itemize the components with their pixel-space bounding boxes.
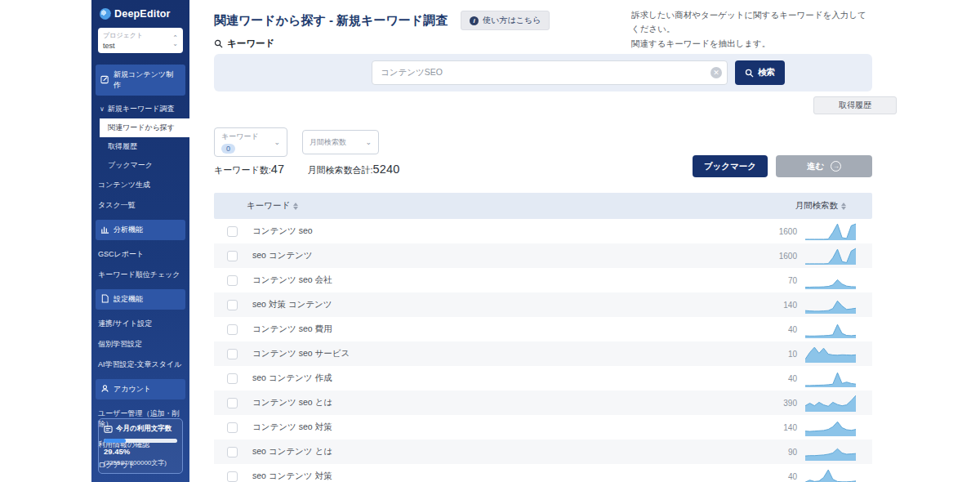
sidebar-item-AI学習設定-文章スタイル[interactable]: AI学習設定-文章スタイル — [91, 355, 189, 375]
keyword-cell: コンテンツ seo 対策 — [252, 422, 332, 433]
sidebar-section-アカウント[interactable]: アカウント — [96, 379, 185, 399]
page-description: 訴求したい商材やターゲットに関するキーワードを入力してください。 関連するキーワ… — [631, 8, 870, 51]
trend-sparkline — [805, 270, 856, 290]
trend-sparkline — [805, 246, 856, 266]
history-button[interactable]: 取得履歴 — [813, 96, 897, 114]
sidebar-item-新規キーワード調査[interactable]: ∨新規キーワード調査 — [91, 100, 189, 118]
column-header-keyword[interactable]: キーワード — [247, 200, 298, 212]
sidebar-item-label: アカウント — [114, 384, 151, 395]
search-input[interactable] — [372, 60, 728, 85]
row-checkbox[interactable] — [227, 324, 238, 335]
project-selector[interactable]: プロジェクト test ⌃⌄ — [98, 28, 183, 53]
edit-icon — [100, 75, 109, 86]
keyword-cell: seo コンテンツ とは — [252, 446, 332, 457]
sidebar-item-label: AI学習設定-文章スタイル — [98, 360, 181, 368]
deepeditor-logo-icon — [100, 8, 111, 20]
row-checkbox[interactable] — [227, 275, 238, 286]
sidebar-item-label: 連携/サイト設定 — [98, 319, 152, 328]
table-row: コンテンツ seo1600 — [214, 219, 872, 243]
proceed-button[interactable]: 進む → — [776, 155, 872, 177]
table-row: seo コンテンツ とは90 — [214, 440, 872, 464]
sidebar-item-取得履歴[interactable]: 取得履歴 — [91, 137, 189, 156]
table-header: キーワード 月間検索数 — [214, 193, 872, 219]
bookmark-button[interactable]: ブックマーク — [693, 155, 768, 177]
volume-cell: 390 — [755, 399, 797, 408]
table-row: seo コンテンツ 対策40 — [214, 464, 872, 482]
keyword-cell: seo コンテンツ — [252, 250, 313, 261]
sidebar-item-コンテンツ生成[interactable]: コンテンツ生成 — [91, 175, 189, 195]
sidebar-item-個別学習設定[interactable]: 個別学習設定 — [91, 334, 189, 355]
row-checkbox[interactable] — [227, 300, 238, 310]
arrow-right-circle-icon: → — [831, 161, 841, 172]
row-checkbox[interactable] — [227, 251, 238, 261]
sidebar-item-関連ワードから探す[interactable]: 関連ワードから探す — [100, 118, 189, 137]
sidebar: DeepEditor プロジェクト test ⌃⌄ 新規コンテンツ制作∨新規キー… — [91, 0, 189, 482]
keyword-cell: コンテンツ seo 費用 — [252, 324, 332, 335]
row-checkbox[interactable] — [227, 349, 238, 359]
volume-cell: 10 — [755, 350, 797, 359]
table-body: コンテンツ seo1600seo コンテンツ1600コンテンツ seo 会社70… — [214, 219, 872, 482]
trend-sparkline — [805, 442, 856, 462]
trend-sparkline — [805, 417, 856, 437]
chevron-down-icon: ⌄ — [274, 138, 280, 146]
column-header-volume[interactable]: 月間検索数 — [795, 200, 847, 212]
sidebar-section-設定機能[interactable]: 設定機能 — [96, 289, 185, 310]
trend-sparkline — [805, 319, 856, 339]
sidebar-item-label: 設定機能 — [114, 294, 143, 305]
sidebar-item-label: 関連ワードから探す — [108, 123, 175, 132]
keyword-filter-label: キーワード — [221, 132, 259, 142]
row-checkbox[interactable] — [227, 373, 238, 384]
sidebar-section-新規コンテンツ制作[interactable]: 新規コンテンツ制作 — [96, 65, 185, 96]
keyword-count-value: 47 — [271, 163, 285, 176]
clear-input-icon[interactable]: ✕ — [710, 67, 722, 78]
page-title: 関連ワードから探す - 新規キーワード調査 — [214, 13, 448, 29]
volume-total-label: 月間検索数合計: — [307, 165, 372, 175]
search-panel: ✕ 検索 — [214, 54, 872, 91]
table-row: seo 対策 コンテンツ140 — [214, 292, 872, 317]
keyword-filter-dropdown[interactable]: キーワード 0 ⌄ — [214, 127, 287, 157]
stats-row: キーワード数:47 月間検索数合計:5240 — [214, 162, 400, 176]
row-checkbox[interactable] — [227, 447, 238, 457]
chevron-down-icon: ∨ — [100, 105, 105, 113]
trend-sparkline — [805, 344, 856, 364]
volume-cell: 1600 — [755, 252, 797, 261]
help-button[interactable]: i 使い方はこちら — [461, 11, 550, 30]
usage-percent: 29.45% — [104, 447, 177, 456]
volume-cell: 140 — [755, 301, 797, 310]
sidebar-section-分析機能[interactable]: 分析機能 — [96, 220, 185, 240]
table-row: コンテンツ seo 対策140 — [214, 415, 872, 440]
row-checkbox[interactable] — [227, 471, 238, 482]
user-icon — [100, 384, 109, 395]
page: DeepEditor プロジェクト test ⌃⌄ 新規コンテンツ制作∨新規キー… — [0, 0, 980, 482]
sidebar-item-タスク一覧[interactable]: タスク一覧 — [91, 195, 189, 216]
volume-cell: 140 — [755, 423, 797, 432]
keyword-cell: コンテンツ seo とは — [252, 397, 332, 408]
row-checkbox[interactable] — [227, 422, 238, 433]
search-button[interactable]: 検索 — [735, 60, 785, 85]
volume-cell: 40 — [755, 472, 797, 481]
usage-widget: 今月の利用文字数 29.45% (235587/800000文字) — [98, 418, 183, 474]
sidebar-item-label: キーワード順位チェック — [98, 270, 180, 279]
volume-cell: 1600 — [755, 227, 797, 236]
row-checkbox[interactable] — [227, 226, 238, 237]
main-content: 関連ワードから探す - 新規キーワード調査 i 使い方はこちら 訴求したい商材や… — [189, 0, 980, 482]
sidebar-item-GSCレポート[interactable]: GSCレポート — [91, 244, 189, 265]
row-checkbox[interactable] — [227, 398, 238, 408]
sidebar-item-キーワード順位チェック[interactable]: キーワード順位チェック — [91, 265, 189, 285]
sidebar-item-連携/サイト設定[interactable]: 連携/サイト設定 — [91, 314, 189, 334]
sidebar-item-ブックマーク[interactable]: ブックマーク — [91, 156, 189, 175]
keyword-cell: seo コンテンツ 対策 — [252, 471, 332, 482]
sidebar-menu: 新規コンテンツ制作∨新規キーワード調査関連ワードから探す取得履歴ブックマークコン… — [91, 65, 189, 475]
sidebar-item-label: GSCレポート — [98, 250, 144, 258]
sidebar-item-label: 個別学習設定 — [98, 340, 142, 348]
volume-filter-dropdown[interactable]: 月間検索数 ⌄ — [302, 130, 379, 154]
volume-cell: 90 — [755, 448, 797, 457]
table-row: コンテンツ seo 会社70 — [214, 268, 872, 292]
usage-detail: (235587/800000文字) — [104, 458, 177, 467]
sidebar-item-label: 分析機能 — [114, 225, 143, 235]
sidebar-item-label: 新規キーワード調査 — [108, 104, 175, 114]
search-icon — [745, 69, 754, 78]
keyword-cell: seo コンテンツ 作成 — [252, 373, 332, 384]
trend-sparkline — [805, 368, 856, 388]
trend-sparkline — [805, 221, 856, 241]
